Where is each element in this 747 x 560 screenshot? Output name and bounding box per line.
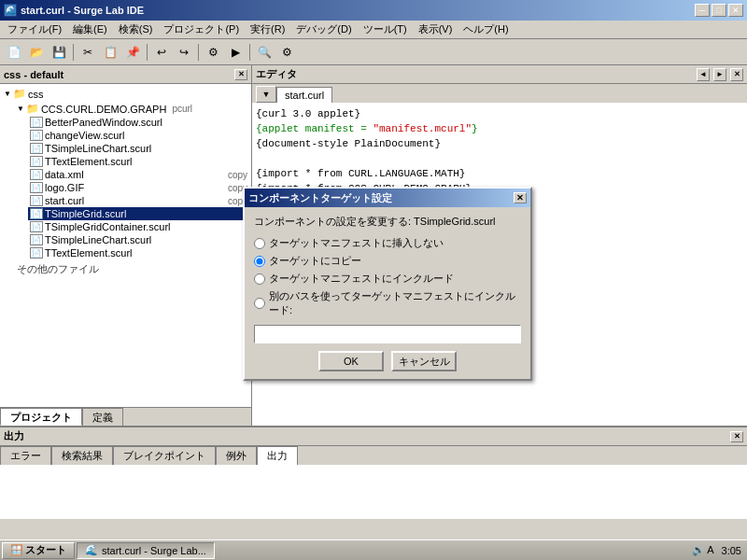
dialog-close-button[interactable]: ✕: [514, 192, 527, 203]
dialog-overlay: コンポーネントターゲット設定 ✕ コンポーネントの設定を変更する: TSimpl…: [0, 0, 747, 560]
dialog-title-bar: コンポーネントターゲット設定 ✕: [245, 189, 530, 207]
radio-input-2[interactable]: [254, 273, 265, 285]
radio-input-0[interactable]: [254, 238, 265, 249]
radio-label-0: ターゲットマニフェストに挿入しない: [269, 236, 444, 250]
radio-option-0[interactable]: ターゲットマニフェストに挿入しない: [254, 236, 521, 250]
cancel-button[interactable]: キャンセル: [391, 351, 457, 371]
radio-label-2: ターゲットマニフェストにインクルード: [269, 272, 454, 286]
radio-input-3[interactable]: [254, 298, 265, 309]
ok-button[interactable]: OK: [318, 351, 384, 371]
dialog-body: コンポーネントの設定を変更する: TSimpleGrid.scurl ターゲット…: [245, 207, 530, 379]
radio-label-1: ターゲットにコピー: [269, 254, 361, 268]
radio-group: ターゲットマニフェストに挿入しない ターゲットにコピー ターゲットマニフェストに…: [254, 236, 521, 317]
dialog-title-text: コンポーネントターゲット設定: [248, 191, 392, 205]
radio-option-1[interactable]: ターゲットにコピー: [254, 254, 521, 268]
dialog-buttons: OK キャンセル: [254, 351, 521, 371]
radio-input-1[interactable]: [254, 256, 265, 267]
radio-option-3[interactable]: 別のパスを使ってターゲットマニフェストにインクルード:: [254, 289, 521, 317]
radio-option-2[interactable]: ターゲットマニフェストにインクルード: [254, 272, 521, 286]
radio-label-3: 別のパスを使ってターゲットマニフェストにインクルード:: [269, 289, 521, 317]
dialog-description: コンポーネントの設定を変更する: TSimpleGrid.scurl: [254, 215, 521, 229]
path-input[interactable]: [254, 325, 521, 343]
component-target-dialog: コンポーネントターゲット設定 ✕ コンポーネントの設定を変更する: TSimpl…: [243, 187, 532, 381]
